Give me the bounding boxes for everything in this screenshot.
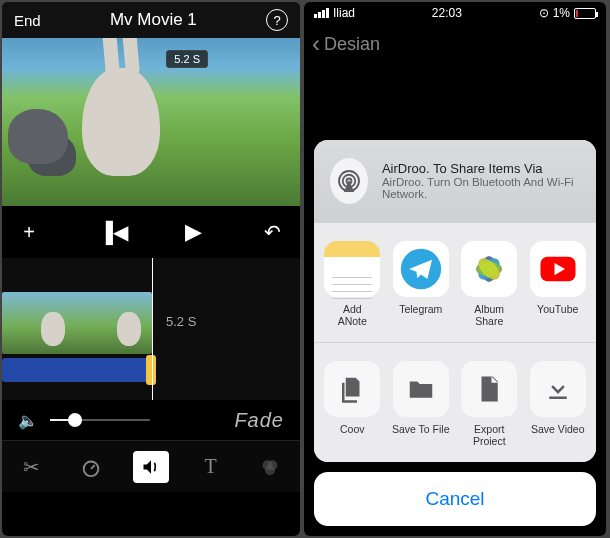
cancel-button[interactable]: Cancel	[314, 472, 596, 526]
bottom-toolbar: ✂ T	[2, 440, 300, 492]
add-media-button[interactable]: +	[16, 221, 42, 244]
airdrop-row[interactable]: AirDroo. To Share Items Via AirDroo. Tur…	[314, 140, 596, 222]
back-chevron-icon[interactable]: ‹	[312, 30, 320, 58]
signal-icon	[314, 8, 329, 18]
svg-point-3	[265, 465, 275, 475]
lock-icon: ⊙	[539, 6, 549, 20]
folder-icon	[393, 361, 449, 417]
download-icon	[530, 361, 586, 417]
share-app-youtube[interactable]: YouTube	[526, 241, 591, 328]
playhead[interactable]	[152, 258, 153, 400]
audio-clip[interactable]	[2, 358, 152, 382]
text-tool[interactable]: T	[193, 451, 229, 483]
action-copy[interactable]: Coov	[320, 361, 385, 448]
time-badge: 5.2 S	[166, 50, 208, 68]
help-button[interactable]: ?	[266, 9, 288, 31]
imovie-editor: End Mv Movie 1 ? 5.2 S + ▐◀ ▶ ↶ 5.2 S	[2, 2, 300, 536]
video-preview[interactable]: 5.2 S	[2, 38, 300, 206]
clip-duration-label: 5.2 S	[166, 314, 196, 329]
battery-icon	[574, 8, 596, 19]
nav-bar: ‹ Desian	[304, 24, 606, 64]
airdrop-icon	[330, 158, 368, 204]
undo-button[interactable]: ↶	[260, 220, 286, 244]
photos-icon	[461, 241, 517, 297]
action-save-video[interactable]: Save Video	[526, 361, 591, 448]
fade-button[interactable]: Fade	[234, 409, 284, 432]
editor-header: End Mv Movie 1 ?	[2, 2, 300, 38]
share-sheet: AirDroo. To Share Items Via AirDroo. Tur…	[314, 140, 596, 526]
share-sheet-screen: Iliad 22:03 ⊙ 1% ‹ Desian AirDroo. To Sh…	[304, 2, 606, 536]
volume-slider[interactable]	[50, 419, 150, 421]
back-label[interactable]: Desian	[324, 34, 380, 55]
copy-icon	[324, 361, 380, 417]
action-export-project[interactable]: Export Proiect	[457, 361, 522, 448]
volume-row: 🔈 Fade	[2, 400, 300, 440]
play-button[interactable]: ▶	[185, 219, 202, 245]
speed-tool[interactable]	[73, 451, 109, 483]
project-title[interactable]: Mv Movie 1	[110, 10, 197, 30]
battery-pct: 1%	[553, 6, 570, 20]
telegram-icon	[393, 241, 449, 297]
carrier-label: Iliad	[333, 6, 355, 20]
share-app-photos[interactable]: Album Share	[457, 241, 522, 328]
export-icon	[461, 361, 517, 417]
share-app-telegram[interactable]: Telegram	[389, 241, 454, 328]
app-share-row: Add ANote Telegram Album Share	[314, 222, 596, 342]
airdrop-title: AirDroo. To Share Items Via	[382, 161, 580, 176]
video-clip[interactable]	[2, 292, 152, 354]
timeline[interactable]: 5.2 S	[2, 258, 300, 400]
airdrop-subtitle: AirDroo. Turn On Bluetooth And Wi-Fi Net…	[382, 176, 580, 200]
clock: 22:03	[432, 6, 462, 20]
end-button[interactable]: End	[14, 12, 41, 29]
share-app-notes[interactable]: Add ANote	[320, 241, 385, 328]
audio-tool[interactable]	[133, 451, 169, 483]
action-save-file[interactable]: Save To File	[389, 361, 454, 448]
prev-frame-button[interactable]: ▐◀	[100, 220, 126, 244]
youtube-icon	[530, 241, 586, 297]
notes-icon	[324, 241, 380, 297]
action-row: Coov Save To File Export Proiect Save Vi…	[314, 342, 596, 462]
cut-tool[interactable]: ✂	[14, 451, 50, 483]
status-bar: Iliad 22:03 ⊙ 1%	[304, 2, 606, 24]
transport-bar: + ▐◀ ▶ ↶	[2, 206, 300, 258]
volume-icon: 🔈	[18, 411, 38, 430]
filter-tool[interactable]	[252, 451, 288, 483]
